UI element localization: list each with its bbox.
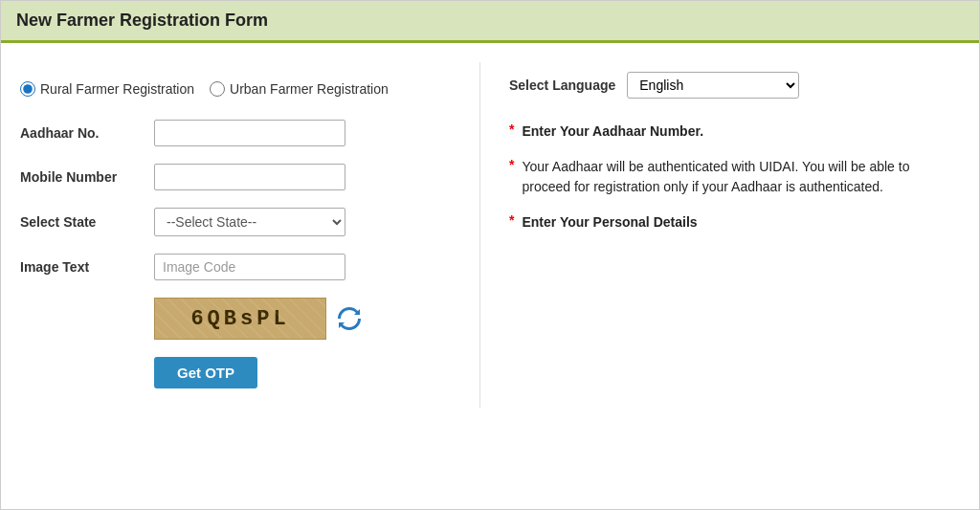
info-star-3: * <box>509 212 514 228</box>
rural-farmer-radio[interactable] <box>20 81 35 97</box>
urban-farmer-radio[interactable] <box>210 81 225 97</box>
captcha-image: 6QBsPL <box>154 298 326 340</box>
rural-farmer-label: Rural Farmer Registration <box>40 81 194 97</box>
get-otp-button[interactable]: Get OTP <box>154 357 257 388</box>
image-code-input[interactable] <box>154 254 345 280</box>
mobile-input[interactable] <box>154 164 345 190</box>
info-text-3: Enter Your Personal Details <box>522 212 697 233</box>
info-text-2: Your Aadhaar will be authenticated with … <box>522 157 950 197</box>
mobile-label: Mobile Number <box>20 169 154 185</box>
state-select[interactable]: --Select State-- Andhra Pradesh Bihar Gu… <box>154 208 345 236</box>
refresh-icon <box>336 305 363 332</box>
info-text-1: Enter Your Aadhaar Number. <box>522 122 703 142</box>
page-content: Rural Farmer Registration Urban Farmer R… <box>1 43 979 427</box>
info-point-3: * Enter Your Personal Details <box>509 212 950 233</box>
info-point-2: * Your Aadhaar will be authenticated wit… <box>509 157 950 197</box>
left-panel: Rural Farmer Registration Urban Farmer R… <box>1 62 479 408</box>
get-otp-row: Get OTP <box>154 357 460 388</box>
urban-farmer-label: Urban Farmer Registration <box>230 81 389 97</box>
info-point-1: * Enter Your Aadhaar Number. <box>509 122 950 142</box>
image-text-row: Image Text <box>20 254 460 280</box>
page-wrapper: New Farmer Registration Form Rural Farme… <box>0 0 980 510</box>
aadhaar-label: Aadhaar No. <box>20 125 154 141</box>
language-row: Select Language English Hindi <box>509 72 950 99</box>
mobile-row: Mobile Number <box>20 164 460 190</box>
registration-type-group: Rural Farmer Registration Urban Farmer R… <box>20 81 460 97</box>
info-star-2: * <box>509 157 514 172</box>
info-star-1: * <box>509 122 514 137</box>
image-text-label: Image Text <box>20 259 154 275</box>
captcha-text: 6QBsPL <box>190 307 289 331</box>
language-label: Select Language <box>509 78 615 93</box>
aadhaar-row: Aadhaar No. <box>20 120 460 146</box>
state-label: Select State <box>20 214 154 230</box>
rural-farmer-option[interactable]: Rural Farmer Registration <box>20 81 194 97</box>
right-panel: Select Language English Hindi * Enter Yo… <box>479 62 979 408</box>
aadhaar-input[interactable] <box>154 120 345 146</box>
page-header: New Farmer Registration Form <box>1 1 979 43</box>
state-row: Select State --Select State-- Andhra Pra… <box>20 208 460 236</box>
language-select[interactable]: English Hindi <box>627 72 799 99</box>
urban-farmer-option[interactable]: Urban Farmer Registration <box>210 81 389 97</box>
refresh-captcha-button[interactable] <box>336 305 363 332</box>
captcha-row: 6QBsPL <box>154 298 460 340</box>
page-title: New Farmer Registration Form <box>16 11 964 31</box>
